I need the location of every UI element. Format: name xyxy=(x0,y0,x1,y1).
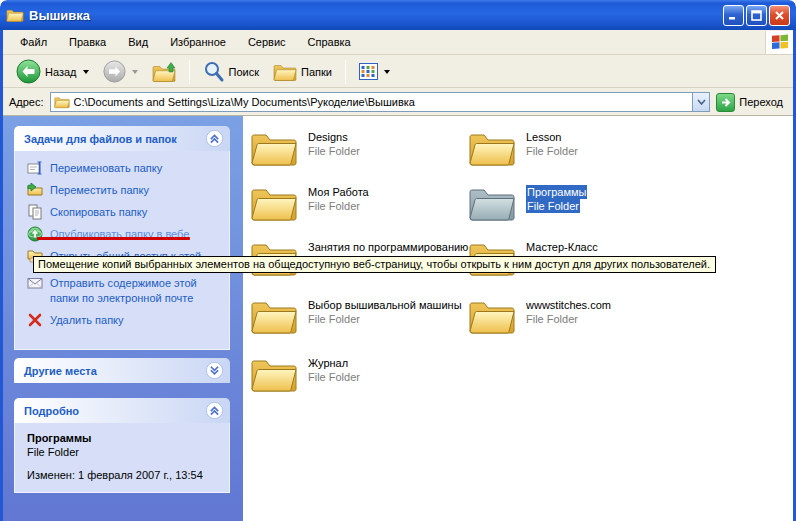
views-button[interactable] xyxy=(354,61,395,82)
go-button[interactable]: Переход xyxy=(716,93,787,112)
task-rename-folder[interactable]: Переименовать папку xyxy=(27,161,223,176)
file-tile[interactable]: wwwstitches.comFile Folder xyxy=(468,296,611,336)
copy-folder-icon xyxy=(27,204,43,220)
toolbar-separator xyxy=(345,60,346,84)
file-type: File Folder xyxy=(526,199,580,213)
chevron-down-icon[interactable] xyxy=(205,361,224,380)
file-tile-selected[interactable]: ПрограммыFile Folder xyxy=(468,183,587,223)
folder-icon xyxy=(468,296,516,336)
file-name: Занятия по программированию xyxy=(308,240,468,254)
content-area: Задачи для файлов и папок xyxy=(3,116,793,521)
address-bar: Адрес: C:\Documents and Settings\Liza\My… xyxy=(3,89,793,116)
up-folder-icon xyxy=(152,61,176,83)
address-combobox[interactable]: C:\Documents and Settings\Liza\My Docume… xyxy=(50,92,711,112)
menu-view[interactable]: Вид xyxy=(117,33,159,51)
red-underline-annotation xyxy=(37,237,190,240)
file-type: File Folder xyxy=(526,312,611,326)
file-name: Мастер-Класс xyxy=(526,240,598,254)
address-path[interactable]: C:\Documents and Settings\Liza\My Docume… xyxy=(74,96,689,108)
views-dropdown-icon[interactable] xyxy=(384,70,390,74)
folders-button[interactable]: Папки xyxy=(268,60,337,84)
title-bar: Вышивка xyxy=(0,0,796,30)
back-button[interactable]: Назад xyxy=(11,57,94,86)
file-tasks-title: Задачи для файлов и папок xyxy=(24,133,177,145)
menu-help[interactable]: Справка xyxy=(297,33,362,51)
file-name: Моя Работа xyxy=(308,185,369,199)
chevron-up-icon[interactable] xyxy=(205,401,224,420)
back-label: Назад xyxy=(45,66,77,78)
menu-favorites[interactable]: Избранное xyxy=(159,33,237,51)
task-move-folder[interactable]: Переместить папку xyxy=(27,183,223,198)
address-folder-icon xyxy=(54,95,70,109)
details-panel: Подробно Программы File Folder Изменен: … xyxy=(14,398,230,493)
forward-dropdown-icon[interactable] xyxy=(132,70,138,74)
folder-icon xyxy=(250,354,298,394)
menu-edit[interactable]: Правка xyxy=(58,33,117,51)
file-type: File Folder xyxy=(308,199,369,213)
folders-label: Папки xyxy=(301,66,332,78)
minimize-icon xyxy=(728,10,739,21)
window-border-left xyxy=(0,30,3,521)
up-button[interactable] xyxy=(147,59,181,85)
task-label: Переименовать папку xyxy=(50,161,162,176)
toolbar-separator xyxy=(189,60,190,84)
search-icon xyxy=(203,61,225,83)
task-delete-folder[interactable]: Удалить папку xyxy=(27,313,223,328)
file-name: Журнал xyxy=(308,356,360,370)
folder-icon xyxy=(250,128,298,168)
file-name: Lesson xyxy=(526,130,578,144)
details-item-type: File Folder xyxy=(27,445,221,459)
windows-logo xyxy=(765,31,793,54)
search-label: Поиск xyxy=(229,66,259,78)
file-type: File Folder xyxy=(308,370,360,384)
file-tile[interactable]: Выбор вышивальной машиныFile Folder xyxy=(250,296,462,336)
window-folder-icon xyxy=(6,7,24,23)
back-icon xyxy=(16,59,41,84)
file-name: wwwstitches.com xyxy=(526,298,611,312)
address-dropdown-button[interactable] xyxy=(692,93,709,111)
chevron-down-icon xyxy=(697,98,706,106)
email-icon xyxy=(27,275,43,291)
task-email-folder[interactable]: Отправить содержимое этой папки по элект… xyxy=(27,276,223,306)
file-tile[interactable]: Моя РаботаFile Folder xyxy=(250,183,369,223)
folder-icon xyxy=(468,128,516,168)
tooltip: Помещение копий выбранных элементов на о… xyxy=(33,256,716,273)
file-type: File Folder xyxy=(308,144,360,158)
go-arrow-icon xyxy=(716,93,735,112)
close-button[interactable] xyxy=(769,5,790,26)
folder-icon xyxy=(250,296,298,336)
chevron-up-icon[interactable] xyxy=(205,129,224,148)
other-places-header[interactable]: Другие места xyxy=(14,358,230,383)
menu-file[interactable]: Файл xyxy=(9,33,58,51)
back-dropdown-icon[interactable] xyxy=(83,70,89,74)
file-tile[interactable]: ЖурналFile Folder xyxy=(250,354,360,394)
file-tasks-header[interactable]: Задачи для файлов и папок xyxy=(14,126,230,151)
maximize-icon xyxy=(751,10,762,21)
forward-button[interactable] xyxy=(98,58,143,85)
task-copy-folder[interactable]: Скопировать папку xyxy=(27,205,223,220)
folder-icon xyxy=(250,183,298,223)
forward-icon xyxy=(103,60,126,83)
details-item-modified: Изменен: 1 февраля 2007 г., 13:54 xyxy=(27,468,221,482)
minimize-button[interactable] xyxy=(723,5,744,26)
close-icon xyxy=(774,10,785,21)
file-list-area: DesignsFile Folder LessonFile Folder Моя… xyxy=(243,116,793,521)
file-name: Программы xyxy=(526,185,587,199)
task-pane: Задачи для файлов и папок xyxy=(3,116,243,521)
task-label: Скопировать папку xyxy=(50,205,147,220)
file-tasks-body: Переименовать папку Переместить папку xyxy=(14,151,230,350)
rename-folder-icon xyxy=(27,160,43,176)
folders-icon xyxy=(273,62,297,82)
file-tile[interactable]: LessonFile Folder xyxy=(468,128,578,168)
file-name: Designs xyxy=(308,130,360,144)
windows-flag-icon xyxy=(771,34,789,50)
search-button[interactable]: Поиск xyxy=(198,59,264,85)
other-places-title: Другие места xyxy=(24,365,97,377)
maximize-button[interactable] xyxy=(746,5,767,26)
move-folder-icon xyxy=(27,182,43,198)
details-title: Подробно xyxy=(24,405,79,417)
file-tile[interactable]: DesignsFile Folder xyxy=(250,128,360,168)
other-places-panel: Другие места xyxy=(14,358,230,383)
details-header[interactable]: Подробно xyxy=(14,398,230,423)
menu-tools[interactable]: Сервис xyxy=(237,33,297,51)
